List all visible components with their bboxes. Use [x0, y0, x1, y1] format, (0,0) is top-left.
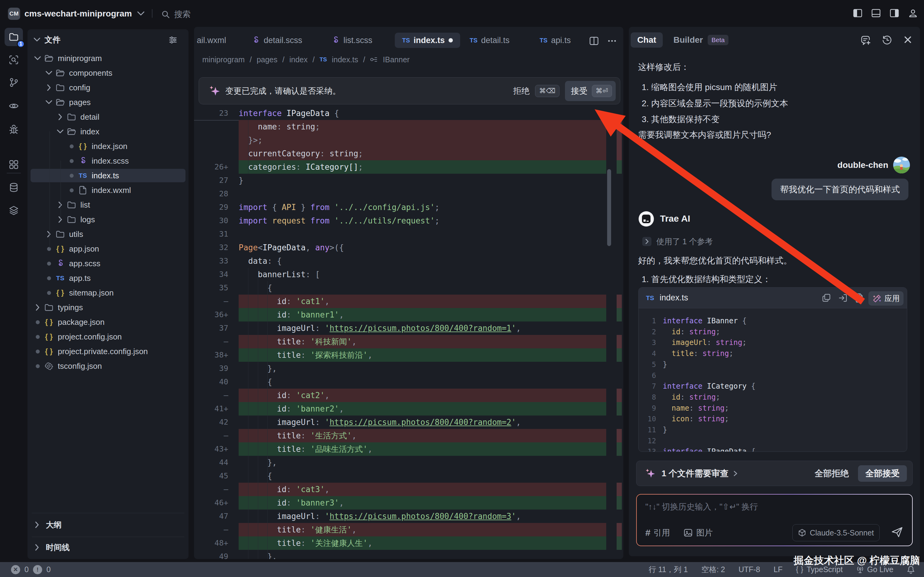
activity-database-icon[interactable]	[5, 178, 23, 197]
tab-index-ts[interactable]: TSindex.ts	[395, 33, 460, 48]
accept-button[interactable]: 接受 ⌘⏎	[565, 81, 616, 101]
code-line-diff: — id: 'cat2',	[194, 388, 624, 402]
chat-code-line-12: 12	[639, 435, 907, 446]
tab-detail-ts[interactable]: TSdetail.ts	[469, 33, 510, 48]
activity-debug-icon[interactable]	[5, 120, 23, 139]
model-selector[interactable]: Claude-3.5-Sonnet	[792, 524, 880, 541]
add-reference-button[interactable]: # 引用	[645, 527, 670, 538]
tab-api-ts[interactable]: TSapi.ts	[539, 33, 571, 48]
global-search[interactable]: 搜索	[162, 9, 191, 20]
tab-list-scss[interactable]: list.scss	[331, 33, 373, 48]
tree-item-project-config-json[interactable]: { }project.config.json	[27, 329, 189, 344]
tree-item-index-scss[interactable]: index.scss	[27, 153, 189, 168]
tree-item-project-private-config-json[interactable]: { }project.private.config.json	[27, 344, 189, 359]
code-editor[interactable]: 23interface IPageData { name: string; }>…	[194, 106, 624, 559]
tree-item-label: logs	[80, 215, 95, 224]
toggle-bottom-panel-icon[interactable]	[871, 8, 880, 18]
tree-item-pages[interactable]: pages	[27, 95, 189, 110]
tree-item-app-scss[interactable]: app.scss	[27, 256, 189, 271]
editor-panel: ail.wxmldetail.scsslist.scssTSindex.tsTS…	[194, 27, 624, 559]
apply-button[interactable]: 应用	[868, 291, 903, 306]
chat-panel: Chat Builder Beta 这样修改后： 1. 缩略图会使用 picsu…	[629, 27, 920, 556]
send-icon[interactable]	[891, 525, 903, 538]
breadcrumb-item[interactable]: miniprogram	[202, 55, 245, 64]
references-toggle[interactable]: 使用了 1 个参考	[642, 236, 713, 247]
editor-scrollbar[interactable]	[607, 169, 611, 246]
code-line-diff: currentCategory: string;	[194, 147, 624, 160]
tab-ail-wxml[interactable]: ail.wxml	[196, 33, 227, 48]
tree-indent-guide	[60, 161, 61, 219]
project-title[interactable]: cms-wechart-miniprogram	[24, 9, 132, 19]
activity-source-control-icon[interactable]	[5, 73, 23, 92]
tree-item-typings[interactable]: typings	[27, 300, 189, 315]
tree-item-logs[interactable]: logs	[27, 212, 189, 227]
activity-search-icon[interactable]	[5, 51, 23, 69]
user-avatar[interactable]	[893, 156, 910, 173]
split-editor-icon[interactable]	[589, 36, 599, 46]
timeline-section[interactable]: 时间线	[27, 540, 189, 555]
reject-button[interactable]: 拒绝	[513, 85, 530, 97]
chat-input[interactable]: "↑↓" 切换历史输入，"⇧↵" 换行 # 引用 图片 Claude-3.5-S…	[636, 494, 913, 546]
tree-item-list[interactable]: list	[27, 198, 189, 212]
hash-icon: #	[645, 527, 651, 538]
tree-item-index[interactable]: index	[27, 124, 189, 139]
tree-item-index-wxml[interactable]: index.wxml	[27, 183, 189, 198]
cursor-position[interactable]: 行 11，列 1	[648, 564, 688, 575]
tree-item-package-json[interactable]: { }package.json	[27, 315, 189, 329]
activity-preview-icon[interactable]	[5, 97, 23, 115]
breadcrumb-item[interactable]: index.ts	[332, 55, 358, 64]
new-file-icon[interactable]	[855, 293, 864, 303]
copy-icon[interactable]	[822, 293, 831, 303]
history-icon[interactable]	[882, 35, 893, 46]
tab-builder[interactable]: Builder Beta	[674, 32, 729, 48]
review-chevron-right-icon[interactable]	[733, 471, 738, 477]
explorer-header[interactable]: 文件	[32, 34, 184, 46]
accept-all-button[interactable]: 全部接受	[858, 465, 907, 482]
tree-item-app-json[interactable]: { }app.json	[27, 242, 189, 256]
assistant-message-item: 3. 其他数据保持不变	[642, 111, 720, 127]
indentation[interactable]: 空格: 2	[701, 564, 725, 575]
overview-ruler-mark	[617, 348, 622, 362]
eol[interactable]: LF	[774, 565, 782, 574]
code-line-32: 32Page<IPageData, any>({	[194, 241, 624, 254]
project-chevron-down-icon[interactable]	[137, 11, 145, 16]
breadcrumb-item[interactable]: index	[289, 55, 308, 64]
insert-code-icon[interactable]	[838, 293, 848, 303]
tree-item-index-ts[interactable]: TSindex.ts	[27, 168, 189, 183]
tree-item-config[interactable]: config	[27, 80, 189, 95]
tree-item-app-ts[interactable]: TSapp.ts	[27, 271, 189, 285]
activity-explorer-icon[interactable]: 1	[5, 28, 23, 46]
accept-shortcut: ⌘⏎	[592, 85, 612, 97]
tab-chat[interactable]: Chat	[631, 32, 663, 48]
tab-detail-scss[interactable]: detail.scss	[251, 33, 303, 48]
breadcrumb: miniprogram/pages/index/TSindex.ts/IBann…	[202, 54, 410, 65]
project-logo[interactable]: CM	[8, 8, 20, 20]
encoding[interactable]: UTF-8	[738, 565, 760, 574]
activity-layers-icon[interactable]	[5, 201, 23, 219]
close-icon[interactable]	[903, 35, 913, 46]
tree-item-sitemap-json[interactable]: { }sitemap.json	[27, 285, 189, 300]
tree-item-detail[interactable]: detail	[27, 110, 189, 124]
problems-indicator[interactable]: ✕ 0 ! 0	[11, 565, 51, 574]
account-icon[interactable]	[908, 8, 917, 18]
tree-item-index-json[interactable]: { }index.json	[27, 139, 189, 153]
toggle-left-panel-icon[interactable]	[853, 8, 862, 18]
editor-more-actions-icon[interactable]	[607, 36, 617, 46]
code-line-29: 29import { API } from '../../config/api.…	[194, 201, 624, 214]
deleted-lines-separator	[194, 120, 239, 121]
activity-extensions-icon[interactable]	[5, 155, 23, 174]
tree-item-components[interactable]: components	[27, 66, 189, 80]
reject-all-button[interactable]: 全部拒绝	[815, 468, 849, 479]
toggle-right-panel-icon[interactable]	[890, 8, 899, 18]
chevron-right-icon	[56, 200, 65, 210]
tree-item-tsconfig-json[interactable]: tsconfig.json	[27, 359, 189, 373]
tree-item-utils[interactable]: utils	[27, 227, 189, 242]
outline-section[interactable]: 大纲	[27, 517, 189, 532]
warnings-icon: !	[33, 565, 42, 574]
breadcrumb-item[interactable]: IBanner	[383, 55, 410, 64]
filter-icon[interactable]	[168, 35, 178, 45]
new-chat-icon[interactable]	[860, 35, 871, 46]
add-image-button[interactable]: 图片	[683, 527, 713, 538]
tree-item-miniprogram[interactable]: miniprogram	[27, 51, 189, 66]
breadcrumb-item[interactable]: pages	[257, 55, 278, 64]
